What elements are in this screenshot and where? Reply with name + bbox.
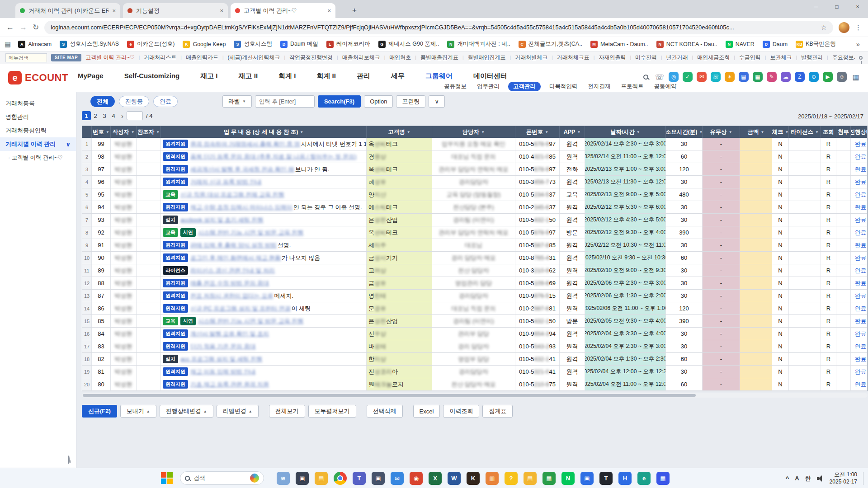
apps-grid-icon[interactable]: ▦ (851, 72, 861, 82)
nav-item[interactable]: 회계 II (316, 72, 336, 80)
sort-arrow-icon[interactable]: ▼ (729, 130, 732, 134)
alarm-icon[interactable]: ✶ (725, 72, 735, 82)
table-row[interactable]: 1288박성현원격지원매출 전표 수정 방법 문의 응대금성유영업관리 담당01… (82, 277, 868, 290)
counsel-phone-icon[interactable]: ☏ (655, 72, 665, 82)
quick-link[interactable]: (세금)계산서입력체크 (228, 54, 280, 61)
quick-link[interactable]: 작업공정진행변경 (289, 54, 333, 61)
option-button[interactable]: Option (364, 95, 393, 108)
action-button[interactable]: 보내기▲ (120, 405, 156, 418)
bookmark-star-icon[interactable]: ☆ (821, 23, 827, 32)
status-link[interactable]: 완료 (855, 380, 867, 389)
column-header-ref[interactable]: 참조자▼ (137, 126, 161, 138)
excel-icon[interactable]: X (429, 472, 442, 485)
nav-item[interactable]: 그룹웨어 (425, 72, 453, 80)
action-button[interactable]: 진행상태변경▲ (160, 405, 213, 418)
tab-close-icon[interactable]: × (112, 7, 116, 14)
search-button[interactable]: Search(F3) (318, 95, 361, 108)
quick-link[interactable]: 월별매입집계표 (468, 54, 506, 61)
status-link[interactable]: 완료 (855, 203, 867, 211)
bookmark-item[interactable]: KGoogle Keep (179, 39, 229, 49)
sidebar-item[interactable]: 거래처중심입력 (0, 124, 76, 137)
column-header-attach[interactable]: 첨부 (836, 126, 851, 138)
bookmark-item[interactable]: NNAVER (722, 39, 758, 49)
new-tab-button[interactable]: + (349, 5, 360, 16)
action-button[interactable]: 선택삭제 (367, 405, 403, 418)
table-row[interactable]: 1783박성현원격지원단가 적용 기준 문의 응대바로테경리 담당자010-55… (82, 340, 868, 353)
status-link[interactable]: 완료 (855, 153, 867, 161)
start-button-icon[interactable] (161, 472, 173, 484)
action-button[interactable]: Excel (413, 405, 440, 418)
sort-arrow-icon[interactable]: ▼ (545, 130, 548, 134)
column-header-author[interactable]: 작성자▼ (111, 126, 137, 138)
sms-icon[interactable]: ☏ (711, 72, 721, 82)
status-link[interactable]: 완료 (855, 355, 867, 363)
edge-icon[interactable]: e (637, 472, 651, 485)
page-number[interactable]: 2 (91, 111, 100, 120)
sort-arrow-icon[interactable]: ▼ (785, 130, 789, 134)
browser-tab[interactable]: 고객별 이력 관리~♡× (231, 3, 335, 18)
quick-link[interactable]: 거래처체크표 (557, 54, 590, 61)
status-link[interactable]: 완료 (855, 317, 867, 325)
ime-english-indicator[interactable]: A (795, 475, 799, 482)
action-button[interactable]: 전체보기 (269, 405, 305, 418)
user-icon[interactable]: ☺ (837, 72, 847, 82)
sort-arrow-icon[interactable]: ▼ (637, 130, 640, 134)
table-row[interactable]: 991박성현원격지원판매 입력 후 출력 양식 설정 방법 설명.세미주대표님0… (82, 239, 868, 252)
table-row[interactable]: 1684박성현원격지원계산서 발행 오류 확인 및 조치신우상관리부 담당010… (82, 328, 868, 340)
teams-icon[interactable]: T (353, 472, 366, 485)
status-link[interactable]: 완료 (855, 254, 867, 262)
approval-icon[interactable]: ✎ (767, 72, 777, 82)
scrollbar-thumb[interactable] (83, 394, 696, 397)
page-number[interactable]: 3 (100, 111, 109, 120)
quick-link[interactable]: 매입세금조회 (697, 54, 730, 61)
sidebar-item[interactable]: 명함관리 (0, 110, 76, 124)
filter-pill[interactable]: 진행중 (119, 96, 149, 107)
column-header-paid[interactable]: 유무상▼ (703, 126, 740, 138)
todo-icon[interactable]: ✓ (683, 72, 693, 82)
label-filter-button[interactable]: 라벨 ▼ (222, 95, 252, 108)
status-link[interactable]: 완료 (855, 229, 867, 237)
window-maximize-button[interactable]: □ (826, 0, 847, 14)
save-icon[interactable]: ▦ (656, 472, 670, 485)
quick-link[interactable]: 주요정보사항 (832, 54, 855, 61)
status-link[interactable]: 완료 (855, 191, 867, 199)
quick-link[interactable]: 수금입력 (739, 54, 761, 61)
more-dropdown-button[interactable]: ∨ (429, 95, 445, 108)
bookmark-item[interactable]: AAlmacam (14, 39, 55, 49)
menu-search-input[interactable] (5, 53, 47, 62)
table-row[interactable]: 694박성현원격지원재고 수량 조정 입력시 마이너스 입력이 안 되는 경우 … (82, 201, 868, 214)
table-row[interactable]: 298박성현원격지원품목 단가 등록 문의 응대 (추후 자료 잘 나옴 / 찢… (82, 150, 868, 163)
next-page-icon[interactable]: › (121, 112, 123, 120)
bookmark-item[interactable]: MMetaCam - Daum.. (587, 39, 652, 49)
column-header-phone[interactable]: 폰번호▼ (515, 126, 560, 138)
sort-arrow-icon[interactable]: ▼ (481, 130, 485, 134)
quick-link[interactable]: 발행관리 (801, 54, 823, 61)
subnav-item[interactable]: 고객관리 (508, 82, 541, 91)
column-header-date[interactable]: 날짜/시간▼ (585, 126, 666, 138)
webdisk-icon[interactable]: ☁ (781, 72, 791, 82)
subnav-item[interactable]: 공유정보 (442, 82, 468, 91)
nav-item[interactable]: 재고 II (239, 72, 258, 80)
sort-arrow-icon[interactable]: ▼ (131, 130, 135, 134)
status-link[interactable]: 완료 (855, 216, 867, 224)
subnav-item[interactable]: 프로젝트 (619, 82, 646, 91)
status-link[interactable]: 완료 (855, 330, 867, 338)
nav-item[interactable]: 데이터센터 (473, 72, 507, 80)
bookmark-item[interactable]: G제네시스 G90 품제.. (375, 39, 443, 49)
monitor-icon[interactable]: ▣ (372, 472, 385, 485)
quick-link[interactable]: 미수잔액 (635, 54, 657, 61)
column-header-seq[interactable] (82, 126, 92, 138)
pin-icon[interactable] (859, 56, 863, 60)
naver-works-icon[interactable]: N (561, 472, 575, 485)
filter-pill[interactable]: 전체 (90, 96, 115, 107)
bookmark-item[interactable]: S성호시스템.Sy.NAS (56, 39, 123, 49)
apps-grid-icon[interactable]: ▦ (5, 40, 11, 48)
action-button[interactable]: 모두펼쳐보기 (308, 405, 356, 418)
action-button[interactable]: 라벨변경▲ (217, 405, 259, 418)
bookmark-item[interactable]: N개미대백과사전 : 네.. (443, 39, 514, 49)
column-header-license[interactable]: 라이선스▼ (789, 126, 821, 138)
bookmark-item[interactable]: e이카운트(성호) (123, 39, 178, 49)
quick-link[interactable]: 거래처리스트 (144, 54, 176, 61)
nav-item[interactable]: 관리 (357, 72, 370, 80)
status-link[interactable]: 완료 (855, 279, 867, 287)
